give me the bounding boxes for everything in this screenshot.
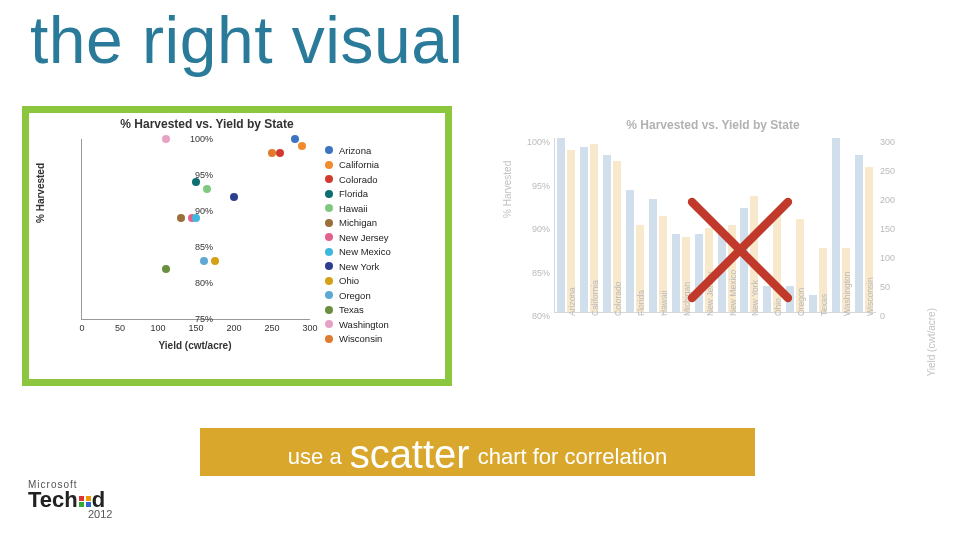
bar-xtick: Hawaii [659,290,669,316]
bar-xtick: California [590,280,600,316]
scatter-title: % Harvested vs. Yield by State [29,117,385,131]
bar-xtick: New Mexico [728,270,738,316]
bar-ytick-right: 0 [880,311,910,321]
scatter-xtick: 300 [302,323,317,333]
legend-swatch-icon [325,161,333,169]
bar-harvested [740,208,748,312]
scatter-xtick: 150 [188,323,203,333]
scatter-point [162,135,170,143]
tip-text-pre: use a [288,444,342,470]
slide: the right visual % Harvested vs. Yield b… [0,0,960,540]
bar-harvested [557,138,565,312]
scatter-ylabel: % Harvested [35,163,46,223]
legend-label: Florida [339,188,368,199]
legend-item: New Jersey [325,230,435,245]
legend-item: Michigan [325,216,435,231]
good-chart-highlight-frame: % Harvested vs. Yield by State % Harvest… [22,106,452,386]
bar-xtick: Texas [819,294,829,316]
scatter-ytick: 85% [173,242,213,252]
scatter-legend: ArizonaCaliforniaColoradoFloridaHawaiiMi… [325,143,435,346]
legend-label: Hawaii [339,203,368,214]
legend-label: Washington [339,319,389,330]
bar-xtick: Oregon [796,288,806,316]
legend-item: Arizona [325,143,435,158]
bar-xtick: Florida [636,290,646,316]
scatter-xtick: 100 [150,323,165,333]
bar-xtick: Arizona [567,287,577,316]
bar-ytick-right: 250 [880,166,910,176]
bar-ylabel-right: Yield (cwt/acre) [926,308,937,377]
bar-xtick: New York [750,280,760,316]
scatter-ytick: 95% [173,170,213,180]
scatter-xtick: 50 [115,323,125,333]
scatter-point [203,185,211,193]
scatter-ytick: 90% [173,206,213,216]
legend-swatch-icon [325,175,333,183]
legend-item: Texas [325,303,435,318]
bar-chart-faded: % Harvested vs. Yield by State % Harvest… [498,118,928,378]
scatter-point [200,257,208,265]
brand-year: 2012 [88,508,112,520]
scatter-xlabel: Yield (cwt/acre) [81,340,309,351]
bar-harvested [832,138,840,312]
bar-xtick: Michigan [682,282,692,316]
bar-yield [773,211,781,313]
scatter-point [268,149,276,157]
scatter-xtick: 200 [226,323,241,333]
bar-ytick-left: 80% [516,311,550,321]
scatter-ytick: 100% [173,134,213,144]
legend-label: California [339,159,379,170]
scatter-xtick: 250 [264,323,279,333]
legend-label: New Mexico [339,246,391,257]
legend-item: Ohio [325,274,435,289]
slide-title: the right visual [30,2,464,78]
legend-swatch-icon [325,204,333,212]
tip-text-post: chart for correlation [478,444,668,470]
legend-label: Oregon [339,290,371,301]
bar-harvested [763,286,771,312]
bar-harvested [855,155,863,312]
bar-ytick-right: 200 [880,195,910,205]
bar-ytick-left: 100% [516,137,550,147]
legend-swatch-icon [325,262,333,270]
legend-item: Wisconsin [325,332,435,347]
tip-text-emphasis: scatter [350,432,470,477]
bar-ytick-right: 100 [880,253,910,263]
bar-xtick: Ohio [773,298,783,316]
bar-harvested [649,199,657,312]
scatter-point [298,142,306,150]
bar-title: % Harvested vs. Yield by State [498,118,928,132]
brand-block: Microsoft Techd 2012 [28,479,112,520]
legend-item: Colorado [325,172,435,187]
tip-banner: use a scatter chart for correlation [200,428,755,476]
legend-swatch-icon [325,291,333,299]
legend-swatch-icon [325,248,333,256]
legend-item: Washington [325,317,435,332]
legend-label: New York [339,261,379,272]
bar-xtick: New Jersey [705,272,715,316]
legend-label: Arizona [339,145,371,156]
legend-label: Colorado [339,174,378,185]
scatter-plot-area: 050100150200250300 [81,139,310,320]
bar-ylabel-left: % Harvested [502,161,513,218]
bar-ytick-right: 300 [880,137,910,147]
bar-harvested [603,155,611,312]
scatter-xtick: 0 [79,323,84,333]
bar-harvested [672,234,680,312]
scatter-point [162,265,170,273]
legend-item: California [325,158,435,173]
legend-label: Wisconsin [339,333,382,344]
legend-item: Florida [325,187,435,202]
bar-xtick: Wisconsin [865,277,875,316]
legend-swatch-icon [325,219,333,227]
bar-plot-area: ArizonaCaliforniaColoradoFloridaHawaiiMi… [554,138,876,313]
scatter-point [230,193,238,201]
legend-item: New Mexico [325,245,435,260]
bar-harvested [718,234,726,312]
scatter-point [276,149,284,157]
legend-swatch-icon [325,320,333,328]
scatter-chart: % Harvested vs. Yield by State % Harvest… [29,113,445,379]
legend-label: Ohio [339,275,359,286]
scatter-ytick: 75% [173,314,213,324]
bar-harvested [580,147,588,312]
